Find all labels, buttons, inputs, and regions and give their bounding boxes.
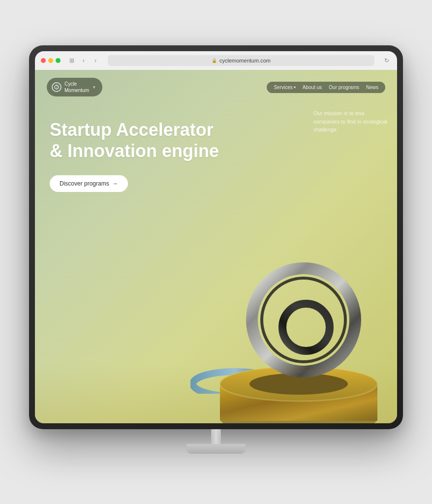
logo-chevron-icon: ▾ xyxy=(93,85,95,90)
scene-wrapper: ⊞ ‹ › 🔒 cyclemomentum.com xyxy=(0,0,432,504)
hero-section: Startup Accelerator & Innovation engine … xyxy=(35,104,397,192)
traffic-lights xyxy=(41,58,61,63)
back-icon: ‹ xyxy=(83,57,85,64)
logo[interactable]: CycleMomentum ▾ xyxy=(47,78,102,96)
url-text: cyclemomentum.com xyxy=(219,58,271,63)
monitor: ⊞ ‹ › 🔒 cyclemomentum.com xyxy=(29,45,403,429)
stand-neck xyxy=(211,429,221,444)
stand-base xyxy=(186,444,246,454)
monitor-stand xyxy=(186,429,246,459)
forward-icon: › xyxy=(94,57,96,64)
hero-title-line1: Startup Accelerator xyxy=(50,120,214,140)
back-button[interactable]: ‹ xyxy=(79,56,88,65)
address-bar[interactable]: 🔒 cyclemomentum.com xyxy=(108,55,374,66)
hero-title-line2: & Innovation engine xyxy=(50,141,219,161)
nav-news-label: News xyxy=(366,85,378,90)
arrow-icon: → xyxy=(112,180,118,187)
hero-title: Startup Accelerator & Innovation engine xyxy=(50,119,256,161)
site-nav: CycleMomentum ▾ Services ▾ About us xyxy=(35,70,397,104)
nav-news[interactable]: News xyxy=(366,85,378,90)
browser-controls: ⊞ ‹ › xyxy=(67,56,100,65)
website-content: CycleMomentum ▾ Services ▾ About us xyxy=(35,70,397,423)
close-button[interactable] xyxy=(41,58,46,63)
minimize-button[interactable] xyxy=(48,58,53,63)
forward-button[interactable]: › xyxy=(91,56,100,65)
sidebar-icon: ⊞ xyxy=(69,57,74,64)
chrome-ring-small xyxy=(274,295,338,359)
nav-programs-label: Our programs xyxy=(329,85,359,90)
reload-icon: ↻ xyxy=(384,57,389,64)
reload-button[interactable]: ↻ xyxy=(382,56,391,65)
bottom-gradient xyxy=(35,364,397,423)
nav-about-label: About us xyxy=(303,85,322,90)
sidebar-toggle-button[interactable]: ⊞ xyxy=(67,56,76,65)
nav-links: Services ▾ About us Our programs News xyxy=(267,82,385,93)
services-chevron-icon: ▾ xyxy=(294,85,296,90)
discover-programs-button[interactable]: Discover programs → xyxy=(50,175,128,192)
nav-services-label: Services xyxy=(274,85,292,90)
nav-about[interactable]: About us xyxy=(303,85,322,90)
logo-icon xyxy=(52,82,62,92)
nav-services[interactable]: Services ▾ xyxy=(274,85,295,90)
lock-icon: 🔒 xyxy=(212,58,217,63)
maximize-button[interactable] xyxy=(56,58,61,63)
nav-programs[interactable]: Our programs xyxy=(329,85,359,90)
browser-window: ⊞ ‹ › 🔒 cyclemomentum.com xyxy=(35,51,397,423)
svg-point-9 xyxy=(282,304,330,351)
logo-text: CycleMomentum xyxy=(64,81,89,94)
discover-label: Discover programs xyxy=(60,180,109,187)
browser-toolbar: ⊞ ‹ › 🔒 cyclemomentum.com xyxy=(35,51,397,70)
